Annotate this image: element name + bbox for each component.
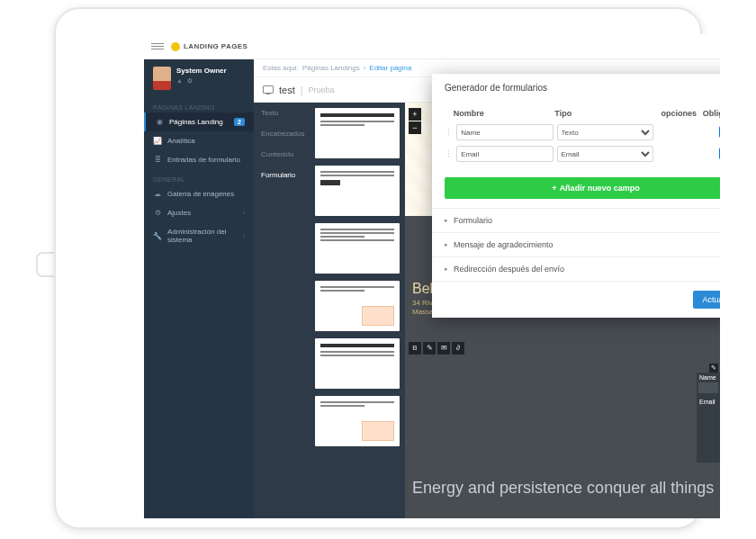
- template-gallery: [310, 103, 405, 518]
- template-thumb[interactable]: [315, 223, 400, 274]
- breadcrumb-link[interactable]: Páginas Landings: [302, 64, 360, 72]
- desktop-icon: [263, 85, 274, 94]
- map-zoom: + −: [409, 108, 421, 135]
- field-required-checkbox[interactable]: [719, 126, 720, 138]
- wrench-icon: 🔧: [153, 232, 162, 240]
- drag-handle-icon[interactable]: ⋮: [445, 128, 453, 137]
- topbar: LANDING PAGES: [144, 34, 720, 59]
- sidebar-item-label: Páginas Landing: [169, 118, 223, 126]
- tool-mail-icon[interactable]: ✉: [437, 342, 450, 355]
- tool-link-icon[interactable]: ∂: [452, 342, 464, 355]
- field-row: ⋮ Email: [445, 143, 720, 165]
- accordion-label: Formulario: [454, 216, 492, 225]
- th-nombre: Nombre: [454, 109, 555, 118]
- form-preview-name-label: Name: [697, 373, 720, 382]
- edit-icon[interactable]: ✎: [709, 364, 718, 373]
- user-block: System Owner ▲ ✿: [144, 59, 254, 97]
- add-field-button[interactable]: +Añadir nuevo campo: [445, 177, 720, 199]
- field-type-select[interactable]: Texto: [557, 124, 653, 140]
- template-thumb[interactable]: [315, 338, 400, 389]
- accordion-agradecimiento[interactable]: ▸Mensaje de agradecimiento: [432, 233, 720, 257]
- brand-dot-icon: [171, 42, 180, 51]
- sidebar-item-label: Galería de imágenes: [167, 190, 234, 198]
- field-type-select[interactable]: Email: [557, 146, 653, 162]
- tool-bold-icon[interactable]: B: [409, 342, 421, 355]
- zoom-out-button[interactable]: −: [409, 121, 421, 134]
- settings-icon[interactable]: ✿: [187, 77, 193, 85]
- page-subtitle: Prueba: [309, 85, 335, 94]
- modal-title: Generador de formularios: [432, 74, 720, 102]
- toolbox: Texto Encabezados Contenido Formulario: [254, 103, 310, 518]
- triangle-icon: ▸: [445, 217, 448, 224]
- form-preview: ✎ Name Email: [697, 373, 720, 463]
- sidebar-item-label: Ajustes: [167, 209, 191, 217]
- breadcrumb-current: Editar página: [369, 64, 411, 72]
- tablet-frame: LANDING PAGES System Owner ▲ ✿ PÁGINAS L…: [54, 7, 702, 529]
- form-builder-modal: Generador de formularios Nombre Tipo opc…: [432, 74, 720, 318]
- page-title: test: [279, 85, 295, 95]
- field-name-input[interactable]: [456, 124, 553, 140]
- breadcrumb-root: Estas aquí:: [263, 64, 299, 72]
- sidebar-item-label: Administración del sistema: [167, 228, 238, 244]
- tool-formulario[interactable]: Formulario: [254, 165, 310, 185]
- user-name: System Owner: [176, 67, 227, 75]
- th-opciones: opciones: [656, 109, 702, 118]
- chart-icon: 📈: [153, 137, 162, 145]
- accordion-label: Mensaje de agradecimiento: [454, 240, 554, 249]
- gear-icon: ⚙: [153, 209, 162, 217]
- sidebar-item-analitica[interactable]: 📈 Analítica: [144, 131, 254, 150]
- sidebar-item-admin[interactable]: 🔧 Administración del sistema ›: [144, 222, 254, 249]
- th-obligatorio: Obligatorio: [702, 109, 721, 118]
- update-button[interactable]: Actualizar: [693, 291, 720, 309]
- zoom-in-button[interactable]: +: [409, 108, 421, 121]
- tool-encabezados[interactable]: Encabezados: [254, 123, 310, 144]
- tool-texto[interactable]: Texto: [254, 103, 310, 123]
- accordion-formulario[interactable]: ▸Formulario: [432, 209, 720, 233]
- sidebar-item-ajustes[interactable]: ⚙ Ajustes ›: [144, 203, 254, 222]
- template-thumb[interactable]: [315, 166, 400, 216]
- sidebar-item-galeria[interactable]: ☁ Galería de imágenes: [144, 184, 254, 203]
- avatar[interactable]: [153, 67, 171, 90]
- globe-icon: ◉: [155, 118, 164, 126]
- hero-headline: Energy and persistence conquer all thing…: [412, 479, 714, 499]
- form-preview-email-label: Email: [697, 397, 720, 407]
- th-tipo: Tipo: [554, 109, 656, 118]
- app-screen: LANDING PAGES System Owner ▲ ✿ PÁGINAS L…: [144, 34, 720, 518]
- sidebar-item-entradas[interactable]: ≣ Entradas de formulario: [144, 150, 254, 169]
- form-builder-table: Nombre Tipo opciones Obligatorio ⋮ Texto…: [432, 102, 720, 172]
- menu-toggle-icon[interactable]: [151, 40, 164, 53]
- user-icon[interactable]: ▲: [176, 77, 183, 85]
- template-thumb[interactable]: [315, 108, 400, 158]
- sidebar-section-general: GENERAL: [144, 169, 254, 184]
- sidebar: System Owner ▲ ✿ PÁGINAS LANDING ◉ Págin…: [144, 59, 254, 518]
- cloud-icon: ☁: [153, 190, 162, 198]
- template-thumb[interactable]: [315, 396, 400, 446]
- add-field-label: Añadir nuevo campo: [560, 184, 640, 193]
- breadcrumb-sep: ›: [364, 64, 366, 72]
- field-row: ⋮ Texto: [445, 121, 720, 143]
- accordion-redireccion[interactable]: ▸Redirección después del envío: [432, 257, 720, 282]
- plus-icon: +: [552, 184, 556, 193]
- brand-name: LANDING PAGES: [184, 42, 248, 50]
- sidebar-item-label: Analítica: [167, 137, 195, 145]
- template-thumb[interactable]: [315, 281, 400, 331]
- field-required-checkbox[interactable]: [719, 148, 720, 159]
- badge-count: 2: [234, 118, 245, 126]
- triangle-icon: ▸: [445, 265, 448, 273]
- modal-accordion: ▸Formulario ▸Mensaje de agradecimiento ▸…: [432, 208, 720, 282]
- sidebar-section-landing: PÁGINAS LANDING: [144, 97, 254, 112]
- sidebar-item-label: Entradas de formulario: [167, 156, 240, 164]
- triangle-icon: ▸: [445, 241, 448, 248]
- block-toolbar: B ✎ ✉ ∂: [409, 342, 464, 355]
- field-name-input[interactable]: [456, 146, 553, 162]
- drag-handle-icon[interactable]: ⋮: [445, 149, 453, 158]
- accordion-label: Redirección después del envío: [454, 265, 564, 274]
- list-icon: ≣: [153, 156, 162, 164]
- chevron-right-icon: ›: [243, 210, 245, 216]
- tool-contenido[interactable]: Contenido: [254, 144, 310, 165]
- chevron-right-icon: ›: [243, 233, 245, 239]
- page-title-sep: |: [301, 85, 303, 95]
- sidebar-item-paginas-landing[interactable]: ◉ Páginas Landing 2: [144, 112, 254, 131]
- tool-edit-icon[interactable]: ✎: [423, 342, 436, 355]
